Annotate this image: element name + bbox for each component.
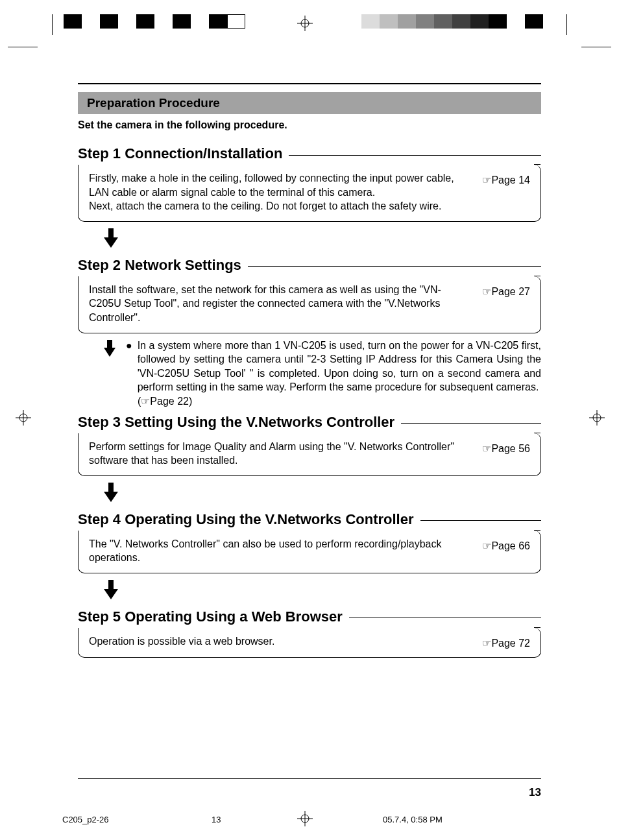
footer-rule bbox=[78, 778, 541, 779]
step3-page-ref: ☞Page 56 bbox=[482, 442, 530, 455]
step1-box: Firstly, make a hole in the ceiling, fol… bbox=[78, 165, 541, 222]
step1-body: Firstly, make a hole in the ceiling, fol… bbox=[89, 171, 473, 213]
svg-rect-18 bbox=[108, 580, 114, 590]
step1-title: Step 1 Connection/Installation bbox=[78, 145, 541, 162]
registration-mark-icon bbox=[297, 811, 313, 826]
registration-mark-icon bbox=[297, 16, 313, 31]
svg-marker-19 bbox=[104, 589, 118, 599]
step5-box: Operation is possible via a web browser.… bbox=[78, 628, 541, 658]
step2-title-text: Step 2 Network Settings bbox=[78, 257, 241, 274]
step3-title: Step 3 Setting Using the V.Networks Cont… bbox=[78, 414, 541, 431]
crop-mark bbox=[566, 14, 567, 35]
note-body: In a system where more than 1 VN-C205 is… bbox=[138, 339, 541, 394]
step5-title-text: Step 5 Operating Using a Web Browser bbox=[78, 608, 343, 625]
footer-sheet: 13 bbox=[212, 815, 221, 824]
step3-title-text: Step 3 Setting Using the V.Networks Cont… bbox=[78, 414, 394, 431]
note-block: ● In a system where more than 1 VN-C205 … bbox=[104, 339, 541, 409]
step5-title: Step 5 Operating Using a Web Browser bbox=[78, 608, 541, 625]
page: Preparation Procedure Set the camera in … bbox=[0, 0, 619, 840]
note-text: ● In a system where more than 1 VN-C205 … bbox=[126, 339, 541, 409]
step3-body: Perform settings for Image Quality and A… bbox=[89, 440, 473, 468]
color-bar-left bbox=[64, 14, 245, 29]
step2-page-ref: ☞Page 27 bbox=[482, 285, 530, 298]
title-rule bbox=[248, 266, 541, 267]
section-header: Preparation Procedure bbox=[78, 92, 541, 114]
step5-page-ref: ☞Page 72 bbox=[482, 637, 530, 649]
step4-title: Step 4 Operating Using the V.Networks Co… bbox=[78, 511, 541, 528]
content-area: Preparation Procedure Set the camera in … bbox=[78, 83, 541, 658]
title-rule bbox=[349, 618, 541, 618]
page-number: 13 bbox=[529, 786, 541, 799]
crop-mark bbox=[8, 47, 38, 47]
step3-box: Perform settings for Image Quality and A… bbox=[78, 433, 541, 476]
title-rule bbox=[420, 520, 541, 521]
crop-mark bbox=[52, 14, 53, 35]
svg-marker-17 bbox=[104, 492, 118, 502]
note-page-ref: (☞Page 22) bbox=[138, 394, 541, 409]
svg-marker-15 bbox=[104, 348, 115, 357]
step2-body: Install the software, set the network fo… bbox=[89, 283, 473, 325]
svg-marker-13 bbox=[104, 237, 118, 248]
svg-rect-12 bbox=[108, 228, 114, 239]
step4-page-ref: ☞Page 66 bbox=[482, 540, 530, 552]
step2-title: Step 2 Network Settings bbox=[78, 257, 541, 274]
arrow-down-icon bbox=[104, 340, 115, 409]
step1-title-text: Step 1 Connection/Installation bbox=[78, 145, 282, 162]
footer-timestamp: 05.7.4, 0:58 PM bbox=[383, 815, 443, 824]
arrow-down-icon bbox=[104, 228, 541, 250]
registration-mark-icon bbox=[589, 410, 605, 426]
svg-rect-14 bbox=[107, 340, 112, 349]
arrow-down-icon bbox=[104, 483, 541, 505]
arrow-down-icon bbox=[104, 580, 541, 602]
step4-body: The "V. Networks Controller" can also be… bbox=[89, 537, 473, 565]
title-rule bbox=[401, 423, 541, 424]
step5-body: Operation is possible via a web browser. bbox=[89, 634, 473, 649]
registration-mark-icon bbox=[16, 410, 31, 426]
step4-title-text: Step 4 Operating Using the V.Networks Co… bbox=[78, 511, 414, 528]
intro-text: Set the camera in the following procedur… bbox=[78, 119, 541, 131]
step4-box: The "V. Networks Controller" can also be… bbox=[78, 531, 541, 573]
top-rule bbox=[78, 83, 541, 84]
step1-page-ref: ☞Page 14 bbox=[482, 174, 530, 186]
svg-rect-16 bbox=[108, 483, 114, 493]
step2-box: Install the software, set the network fo… bbox=[78, 276, 541, 333]
footer-file: C205_p2-26 bbox=[62, 815, 109, 824]
bullet-icon: ● bbox=[126, 339, 132, 394]
crop-mark bbox=[581, 47, 611, 47]
title-rule bbox=[289, 155, 541, 156]
color-bar-right bbox=[361, 14, 543, 29]
